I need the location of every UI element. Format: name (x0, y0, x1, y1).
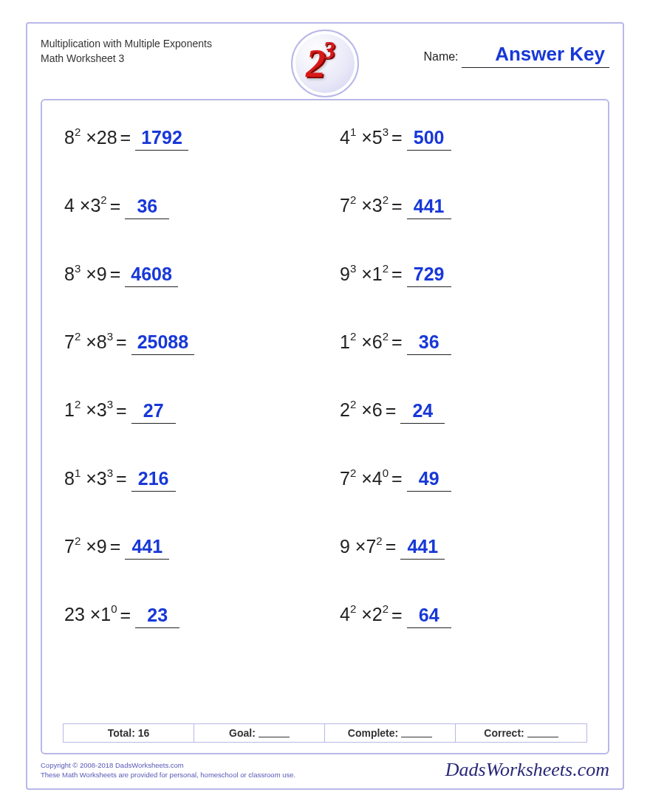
problem-expression: 12 ×33 (64, 399, 113, 421)
equals-sign: = (110, 196, 121, 217)
problems-grid: 82 ×28 = 179241 ×53 = 5004 ×32 = 3672 ×3… (64, 127, 586, 628)
score-total-label: Total: 16 (108, 727, 150, 739)
problem-expression: 93 ×12 (340, 264, 389, 285)
footer-copyright: Copyright © 2008-2018 DadsWorksheets.com (41, 760, 295, 770)
equals-sign: = (391, 605, 403, 626)
score-correct: Correct: (456, 724, 586, 742)
problem-3: 72 ×32 = 441 (340, 195, 586, 219)
equals-sign: = (391, 127, 403, 148)
problem-12: 72 ×9 = 441 (64, 536, 310, 560)
score-complete-label: Complete: (348, 727, 398, 739)
problem-answer: 49 (407, 468, 451, 492)
footer: Copyright © 2008-2018 DadsWorksheets.com… (41, 759, 609, 781)
problem-answer: 4608 (125, 264, 178, 287)
problem-expression: 72 ×83 (64, 331, 113, 353)
equals-sign: = (116, 331, 127, 353)
problem-0: 82 ×28 = 1792 (64, 127, 310, 151)
problem-1: 41 ×53 = 500 (340, 127, 586, 151)
problem-13: 9 ×72 = 441 (340, 536, 586, 560)
problem-expression: 42 ×22 (340, 604, 389, 625)
problem-answer: 1792 (135, 127, 188, 151)
worksheet-header: Multiplication with Multiple Exponents M… (41, 34, 609, 86)
problem-7: 12 ×62 = 36 (340, 331, 586, 355)
equals-sign: = (116, 468, 127, 489)
problem-10: 81 ×33 = 216 (64, 468, 310, 492)
name-block: Name: Answer Key (423, 34, 609, 68)
problem-expression: 72 ×9 (64, 536, 107, 557)
problem-answer: 36 (407, 331, 451, 355)
equals-sign: = (391, 331, 403, 353)
problem-6: 72 ×83 = 25088 (64, 331, 310, 355)
problem-answer: 27 (131, 400, 176, 424)
score-goal-blank (259, 729, 290, 737)
logo-exponent: 3 (323, 36, 335, 64)
title-line-1: Multiplication with Multiple Exponents (41, 37, 212, 52)
problems-frame: 82 ×28 = 179241 ×53 = 5004 ×32 = 3672 ×3… (41, 99, 609, 754)
problem-expression: 4 ×32 (64, 195, 107, 216)
problem-expression: 9 ×72 (340, 536, 383, 557)
problem-expression: 23 ×10 (64, 604, 117, 625)
equals-sign: = (391, 264, 403, 285)
problem-5: 93 ×12 = 729 (340, 264, 586, 287)
equals-sign: = (110, 264, 121, 285)
problem-14: 23 ×10 = 23 (64, 604, 310, 627)
worksheet-page: Multiplication with Multiple Exponents M… (26, 22, 624, 790)
score-complete-blank (401, 729, 432, 737)
problem-expression: 41 ×53 (340, 127, 389, 148)
score-correct-label: Correct: (484, 727, 524, 739)
problem-answer: 64 (407, 605, 451, 628)
problem-expression: 82 ×28 (64, 127, 117, 148)
equals-sign: = (116, 400, 127, 422)
score-row: Total: 16 Goal: Complete: Correct: (63, 723, 587, 743)
title-block: Multiplication with Multiple Exponents M… (41, 34, 212, 66)
problem-4: 83 ×9 = 4608 (64, 264, 310, 287)
footer-left: Copyright © 2008-2018 DadsWorksheets.com… (41, 760, 295, 780)
equals-sign: = (386, 536, 397, 557)
equals-sign: = (391, 468, 403, 489)
problem-answer: 24 (400, 400, 445, 424)
problem-answer: 441 (407, 196, 451, 219)
problem-expression: 72 ×32 (340, 195, 389, 216)
score-correct-blank (527, 729, 558, 737)
equals-sign: = (386, 400, 397, 422)
equals-sign: = (120, 127, 131, 148)
equals-sign: = (110, 536, 121, 557)
score-total: Total: 16 (64, 724, 194, 742)
problem-answer: 216 (131, 468, 176, 492)
problem-answer: 729 (407, 264, 451, 287)
score-goal-label: Goal: (229, 727, 256, 739)
title-line-2: Math Worksheet 3 (41, 52, 212, 66)
score-goal: Goal: (194, 724, 325, 742)
problem-expression: 72 ×40 (340, 468, 389, 489)
exponent-logo-inner: 2 3 (295, 34, 355, 93)
exponent-logo: 2 3 (291, 30, 359, 97)
problem-11: 72 ×40 = 49 (340, 468, 586, 492)
problem-expression: 83 ×9 (64, 264, 107, 285)
score-complete: Complete: (325, 724, 456, 742)
problem-answer: 500 (407, 127, 451, 151)
problem-answer: 441 (400, 536, 445, 560)
problem-9: 22 ×6 = 24 (340, 399, 586, 423)
problem-expression: 22 ×6 (340, 399, 383, 421)
name-label: Name: (423, 50, 458, 63)
problem-answer: 23 (135, 605, 179, 628)
problem-2: 4 ×32 = 36 (64, 195, 310, 219)
name-value: Answer Key (462, 43, 609, 68)
problem-8: 12 ×33 = 27 (64, 399, 310, 423)
problem-answer: 36 (125, 196, 169, 219)
equals-sign: = (120, 605, 131, 626)
equals-sign: = (391, 196, 403, 217)
problem-answer: 441 (125, 536, 169, 560)
footer-disclaimer: These Math Worksheets are provided for p… (41, 770, 295, 780)
problem-15: 42 ×22 = 64 (340, 604, 586, 627)
problem-expression: 81 ×33 (64, 468, 113, 489)
problem-expression: 12 ×62 (340, 331, 389, 353)
footer-brand: DadsWorksheets.com (445, 759, 609, 781)
problem-answer: 25088 (131, 331, 195, 355)
